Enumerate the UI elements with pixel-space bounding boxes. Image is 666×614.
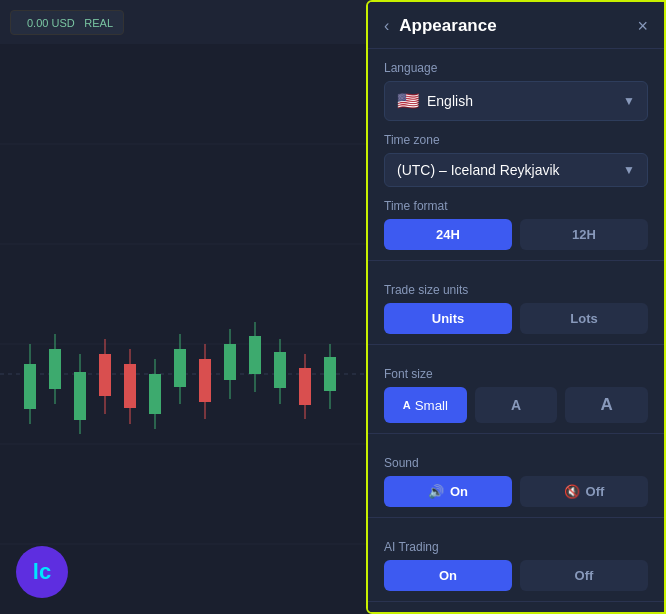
time-format-group: 24H 12H	[384, 219, 648, 250]
svg-rect-7	[24, 364, 36, 409]
speaker-on-icon: 🔊	[428, 484, 444, 499]
font-size-large-button[interactable]: A	[565, 387, 648, 423]
avatar-initials: lc	[33, 559, 51, 585]
close-button[interactable]: ×	[637, 17, 648, 35]
timezone-dropdown[interactable]: (UTC) – Iceland Reykjavik ▼	[384, 153, 648, 187]
language-value: English	[427, 93, 473, 109]
svg-rect-21	[199, 359, 211, 402]
svg-rect-19	[174, 349, 186, 387]
panel-header: ‹ Appearance ×	[368, 2, 664, 49]
time-format-24h-button[interactable]: 24H	[384, 219, 512, 250]
timezone-label: Time zone	[368, 121, 664, 153]
panel-header-left: ‹ Appearance	[384, 16, 497, 36]
font-size-medium-button[interactable]: A	[475, 387, 558, 423]
time-format-12h-button[interactable]: 12H	[520, 219, 648, 250]
svg-rect-15	[124, 364, 136, 408]
font-size-label: Font size	[368, 355, 664, 387]
font-size-small-button[interactable]: A Small	[384, 387, 467, 423]
sound-off-label: Off	[586, 484, 605, 499]
svg-rect-13	[99, 354, 111, 396]
speaker-off-icon: 🔇	[564, 484, 580, 499]
time-format-label: Time format	[368, 187, 664, 219]
avatar[interactable]: lc	[16, 546, 68, 598]
appearance-panel: ‹ Appearance × Language 🇺🇸 English ▼ Tim…	[366, 0, 666, 614]
font-size-small-label: Small	[415, 398, 448, 413]
font-size-group: A Small A A	[384, 387, 648, 423]
chevron-down-icon: ▼	[623, 94, 635, 108]
svg-rect-9	[49, 349, 61, 389]
svg-rect-31	[324, 357, 336, 391]
back-button[interactable]: ‹	[384, 18, 389, 34]
chart-background: 0.00 USD REAL	[0, 0, 370, 614]
font-medium-a-icon: A	[511, 397, 521, 413]
chart-price[interactable]: 0.00 USD REAL	[10, 10, 124, 35]
timezone-chevron-icon: ▼	[623, 163, 635, 177]
language-label: Language	[368, 49, 664, 81]
panel-title: Appearance	[399, 16, 496, 36]
price-value: 0.00 USD	[27, 17, 75, 29]
svg-rect-27	[274, 352, 286, 388]
chart-area	[0, 44, 370, 614]
language-dropdown[interactable]: 🇺🇸 English ▼	[384, 81, 648, 121]
sound-on-button[interactable]: 🔊 On	[384, 476, 512, 507]
svg-rect-25	[249, 336, 261, 374]
ai-trading-group: On Off	[384, 560, 648, 591]
sound-on-label: On	[450, 484, 468, 499]
svg-rect-17	[149, 374, 161, 414]
language-dropdown-left: 🇺🇸 English	[397, 90, 473, 112]
svg-rect-23	[224, 344, 236, 380]
timezone-value: (UTC) – Iceland Reykjavik	[397, 162, 560, 178]
svg-rect-11	[74, 372, 86, 420]
chart-top-bar: 0.00 USD REAL	[0, 0, 370, 44]
sound-group: 🔊 On 🔇 Off	[384, 476, 648, 507]
ai-trading-on-button[interactable]: On	[384, 560, 512, 591]
font-small-a-icon: A	[403, 399, 411, 411]
trade-size-lots-button[interactable]: Lots	[520, 303, 648, 334]
font-large-a-icon: A	[601, 395, 613, 415]
flag-icon: 🇺🇸	[397, 90, 419, 112]
ai-trading-label: AI Trading	[368, 528, 664, 560]
trade-size-units-button[interactable]: Units	[384, 303, 512, 334]
ai-trading-off-button[interactable]: Off	[520, 560, 648, 591]
sound-label: Sound	[368, 444, 664, 476]
timezone-dropdown-left: (UTC) – Iceland Reykjavik	[397, 162, 560, 178]
sound-off-button[interactable]: 🔇 Off	[520, 476, 648, 507]
trade-size-group: Units Lots	[384, 303, 648, 334]
price-mode: REAL	[84, 17, 113, 29]
svg-rect-29	[299, 368, 311, 405]
trade-size-label: Trade size units	[368, 271, 664, 303]
